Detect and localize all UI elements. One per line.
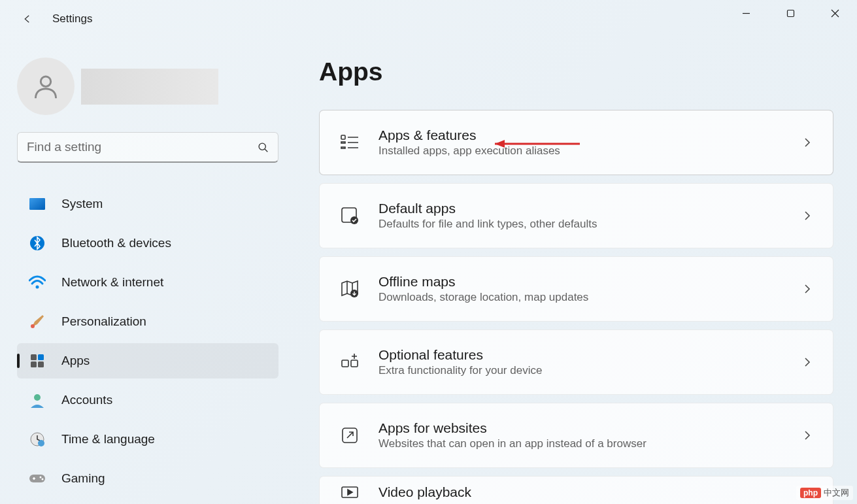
card-title: Default apps xyxy=(378,201,801,216)
svg-point-1 xyxy=(41,76,50,86)
nav-network[interactable]: Network & internet xyxy=(17,265,278,300)
nav-bluetooth[interactable]: Bluetooth & devices xyxy=(17,226,278,261)
svg-point-17 xyxy=(42,479,44,480)
svg-rect-19 xyxy=(341,142,345,143)
brush-icon xyxy=(29,313,46,330)
svg-rect-18 xyxy=(341,135,345,139)
svg-rect-10 xyxy=(31,361,37,367)
nav-system[interactable]: System xyxy=(17,186,278,222)
nav-label: System xyxy=(61,197,103,211)
video-icon xyxy=(339,482,360,503)
optional-icon xyxy=(339,352,360,373)
maximize-button[interactable] xyxy=(768,0,813,26)
svg-point-6 xyxy=(36,286,39,289)
card-title: Optional features xyxy=(378,347,801,363)
nav-accounts[interactable]: Accounts xyxy=(17,382,278,418)
bluetooth-icon xyxy=(29,235,46,252)
avatar xyxy=(17,58,75,115)
card-title: Video playback xyxy=(378,484,801,500)
nav-apps[interactable]: Apps xyxy=(17,343,278,378)
card-title: Apps & features xyxy=(378,127,801,143)
svg-rect-9 xyxy=(38,354,44,360)
svg-rect-4 xyxy=(29,198,45,210)
svg-rect-24 xyxy=(342,360,348,367)
nav-personalization[interactable]: Personalization xyxy=(17,304,278,339)
svg-rect-25 xyxy=(351,360,358,367)
card-desc: Installed apps, app execution aliases xyxy=(378,144,801,158)
svg-rect-8 xyxy=(31,354,37,360)
wifi-icon xyxy=(29,274,46,291)
time-icon xyxy=(29,431,46,448)
sidebar: System Bluetooth & devices Network & int… xyxy=(0,38,301,504)
watermark-logo: php xyxy=(800,488,821,498)
search-icon xyxy=(258,142,269,153)
svg-point-14 xyxy=(38,440,44,446)
apps-icon xyxy=(29,352,46,369)
search-input[interactable] xyxy=(27,140,258,154)
svg-point-7 xyxy=(31,324,35,328)
nav-label: Apps xyxy=(61,354,90,368)
default-apps-icon xyxy=(339,205,360,226)
nav: System Bluetooth & devices Network & int… xyxy=(17,186,278,496)
system-icon xyxy=(29,195,46,212)
chevron-right-icon xyxy=(801,429,813,441)
chevron-right-icon xyxy=(801,137,813,148)
nav-gaming[interactable]: Gaming xyxy=(17,461,278,496)
nav-label: Gaming xyxy=(61,471,105,486)
nav-label: Network & internet xyxy=(61,275,163,290)
card-default-apps[interactable]: Default apps Defaults for file and link … xyxy=(319,183,833,248)
titlebar: Settings xyxy=(0,0,857,38)
nav-label: Personalization xyxy=(61,314,146,329)
chevron-right-icon xyxy=(801,356,813,368)
main: Apps Apps & features Installed apps, app… xyxy=(301,38,857,504)
chevron-right-icon xyxy=(801,283,813,295)
svg-point-2 xyxy=(259,143,265,150)
svg-point-12 xyxy=(34,394,41,401)
chevron-right-icon xyxy=(801,210,813,222)
card-desc: Websites that can open in an app instead… xyxy=(378,437,801,450)
watermark-text: 中文网 xyxy=(824,487,849,499)
nav-label: Accounts xyxy=(61,393,112,407)
svg-rect-20 xyxy=(341,147,345,148)
user-block[interactable] xyxy=(17,58,278,115)
card-title: Apps for websites xyxy=(378,420,801,436)
card-apps-features[interactable]: Apps & features Installed apps, app exec… xyxy=(319,110,833,175)
card-title: Offline maps xyxy=(378,274,801,290)
card-desc: Downloads, storage location, map updates xyxy=(378,291,801,304)
svg-rect-11 xyxy=(38,361,44,367)
svg-point-16 xyxy=(40,477,42,479)
nav-label: Time & language xyxy=(61,432,155,446)
svg-rect-0 xyxy=(787,10,794,16)
back-button[interactable] xyxy=(14,6,41,32)
page-title: Apps xyxy=(319,58,833,86)
user-name-redacted xyxy=(81,69,218,105)
app-title: Settings xyxy=(52,12,92,25)
nav-label: Bluetooth & devices xyxy=(61,236,171,250)
window-controls xyxy=(724,0,857,26)
card-desc: Defaults for file and link types, other … xyxy=(378,218,801,231)
card-offline-maps[interactable]: Offline maps Downloads, storage location… xyxy=(319,256,833,322)
card-apps-websites[interactable]: Apps for websites Websites that can open… xyxy=(319,403,833,468)
gaming-icon xyxy=(29,470,46,487)
nav-time[interactable]: Time & language xyxy=(17,422,278,457)
card-video-playback[interactable]: Video playback xyxy=(319,476,833,504)
minimize-button[interactable] xyxy=(724,0,768,26)
card-desc: Extra functionality for your device xyxy=(378,364,801,377)
map-icon xyxy=(339,278,360,299)
apps-list-icon xyxy=(339,132,360,153)
card-optional-features[interactable]: Optional features Extra functionality fo… xyxy=(319,329,833,395)
websites-icon xyxy=(339,425,360,446)
search-box[interactable] xyxy=(17,132,278,163)
cards: Apps & features Installed apps, app exec… xyxy=(319,110,833,504)
account-icon xyxy=(29,392,46,409)
close-button[interactable] xyxy=(813,0,857,26)
watermark: php 中文网 xyxy=(796,486,853,500)
